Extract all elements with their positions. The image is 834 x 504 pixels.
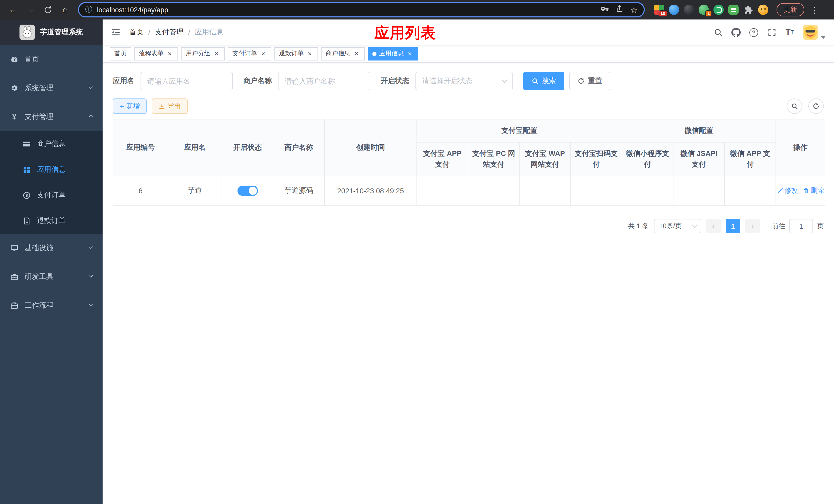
avatar[interactable] <box>803 25 818 40</box>
status-toggle[interactable] <box>237 186 258 196</box>
bookmark-star-icon[interactable]: ☆ <box>630 5 638 15</box>
sidebar-item-infrastructure[interactable]: 基础设施 <box>0 234 103 262</box>
app-table: 应用编号 应用名 开启状态 商户名称 创建时间 支付宝配置 微信配置 操作 支付… <box>113 119 825 206</box>
tab-payment-orders[interactable]: 支付订单 × <box>228 47 271 60</box>
logo-image <box>20 25 35 40</box>
browser-menu-icon[interactable]: ⋮ <box>810 5 819 15</box>
sidebar-item-home[interactable]: 首页 <box>0 45 103 74</box>
sidebar-item-label: 首页 <box>25 55 39 64</box>
cell-actions: 修改 删除 <box>776 176 825 205</box>
home-icon[interactable]: ⌂ <box>58 2 73 18</box>
tab-close-icon[interactable]: × <box>213 50 220 57</box>
page-unit-label: 页 <box>817 222 824 231</box>
sidebar-item-payment-orders[interactable]: 支付订单 <box>0 183 103 208</box>
search-icon[interactable] <box>713 27 723 37</box>
sidebar-item-label: 应用信息 <box>37 165 66 174</box>
extension-colorful-icon[interactable]: 10 <box>654 5 664 15</box>
status-select[interactable]: 请选择开启状态 <box>415 72 513 90</box>
address-bar[interactable]: ⓘ localhost:1024/pay/app ☆ <box>78 2 645 18</box>
table-group-header-row: 应用编号 应用名 开启状态 商户名称 创建时间 支付宝配置 微信配置 操作 <box>113 119 825 142</box>
tab-close-icon[interactable]: × <box>260 50 267 57</box>
tab-close-icon[interactable]: × <box>406 50 413 57</box>
refresh-table-button[interactable] <box>808 98 824 114</box>
credit-card-icon <box>23 140 31 148</box>
top-navbar: 首页 / 支付管理 / 应用信息 应用列表 ? <box>103 20 834 45</box>
table-row: 6 芋道 芋道源码 2021-10-23 08:49:25 <box>113 176 825 205</box>
delete-link[interactable]: 删除 <box>803 186 824 196</box>
export-button[interactable]: 导出 <box>152 98 188 114</box>
site-info-icon[interactable]: ⓘ <box>85 5 92 14</box>
search-button[interactable]: 搜索 <box>523 72 564 90</box>
breadcrumb-home[interactable]: 首页 <box>129 28 144 37</box>
prev-page-button[interactable]: ‹ <box>706 219 721 233</box>
reset-button[interactable]: 重置 <box>569 72 610 90</box>
sidebar-item-label: 系统管理 <box>25 84 53 93</box>
back-icon[interactable]: ← <box>5 2 21 18</box>
page-number-button[interactable]: 1 <box>726 219 740 233</box>
merchant-name-input[interactable] <box>278 72 370 90</box>
col-status: 开启状态 <box>222 119 273 176</box>
password-key-icon[interactable] <box>600 5 609 15</box>
sidebar-item-system[interactable]: 系统管理 <box>0 74 103 102</box>
tab-app-info[interactable]: 应用信息 × <box>368 47 418 60</box>
goto-page-input[interactable] <box>789 219 813 233</box>
tab-refund-orders[interactable]: 退款订单 × <box>275 47 318 60</box>
tab-close-icon[interactable]: × <box>353 50 360 57</box>
sidebar-item-workflow[interactable]: 工作流程 <box>0 291 103 320</box>
tab-close-icon[interactable]: × <box>166 50 173 57</box>
add-button[interactable]: + 新增 <box>113 98 147 114</box>
help-icon[interactable]: ? <box>749 27 759 37</box>
extension-avatar-icon[interactable]: 1 <box>699 5 709 15</box>
extension-drop-icon[interactable] <box>669 5 679 15</box>
font-size-icon[interactable]: TT <box>785 27 794 37</box>
sidebar-item-app-info[interactable]: 应用信息 <box>0 157 103 183</box>
hamburger-icon[interactable] <box>111 27 121 38</box>
monitor-icon <box>10 244 19 252</box>
navbar-actions: ? TT <box>713 25 826 40</box>
user-menu[interactable] <box>803 25 826 40</box>
sidebar-item-label: 退款订单 <box>37 216 66 226</box>
extensions-puzzle-icon[interactable] <box>743 5 753 15</box>
toggle-search-button[interactable] <box>787 98 802 114</box>
fullscreen-icon[interactable] <box>767 27 776 37</box>
github-icon[interactable] <box>731 27 741 37</box>
tab-user-group[interactable]: 用户分组 × <box>181 47 225 60</box>
sidebar-item-label: 研发工具 <box>25 272 53 281</box>
breadcrumb-payment[interactable]: 支付管理 <box>155 28 184 37</box>
tab-merchant-info[interactable]: 商户信息 × <box>321 47 365 60</box>
extension-note-icon[interactable] <box>728 5 739 15</box>
app-logo[interactable]: 芋道管理系统 <box>0 20 103 45</box>
share-icon[interactable] <box>615 5 623 15</box>
tab-close-icon[interactable]: × <box>306 50 313 57</box>
sidebar-item-label: 商户信息 <box>37 139 66 149</box>
app-name-input[interactable] <box>140 72 233 90</box>
next-page-button[interactable]: › <box>745 219 760 233</box>
browser-profile-avatar[interactable] <box>758 5 768 15</box>
breadcrumb-separator: / <box>148 28 150 37</box>
col-wx-lite: 微信小程序支付 <box>622 142 673 176</box>
sidebar-item-refund-orders[interactable]: 退款订单 <box>0 208 103 234</box>
extension-globe-icon[interactable] <box>684 5 694 15</box>
extension-wechat-icon[interactable] <box>714 5 724 15</box>
cell-app-id: 6 <box>113 176 168 205</box>
plus-icon: + <box>119 102 124 110</box>
col-create-time: 创建时间 <box>324 119 417 176</box>
forward-icon[interactable]: → <box>23 2 38 18</box>
group-wechat-config: 微信配置 <box>622 119 776 142</box>
table-toolbar: + 新增 导出 <box>113 98 824 114</box>
pay-order-icon <box>23 191 31 200</box>
sidebar-item-dev-tools[interactable]: 研发工具 <box>0 262 103 291</box>
cell-wx-app <box>724 176 776 205</box>
edit-link[interactable]: 修改 <box>777 186 798 196</box>
sidebar-item-payment[interactable]: ¥ 支付管理 <box>0 102 103 131</box>
sidebar-menu: 首页 系统管理 ¥ 支付管理 <box>0 45 103 320</box>
tab-home[interactable]: 首页 <box>110 47 131 60</box>
browser-update-button[interactable]: 更新 <box>776 3 804 17</box>
sidebar-item-merchant-info[interactable]: 商户信息 <box>0 131 103 157</box>
tab-process-form[interactable]: 流程表单 × <box>134 47 178 60</box>
reload-icon[interactable] <box>40 2 56 18</box>
page-size-select[interactable]: 10条/页 <box>654 219 701 233</box>
chevron-down-icon <box>89 245 93 249</box>
col-alipay-app: 支付宝 APP 支付 <box>417 142 468 176</box>
app-name-label: 应用名 <box>113 76 134 86</box>
